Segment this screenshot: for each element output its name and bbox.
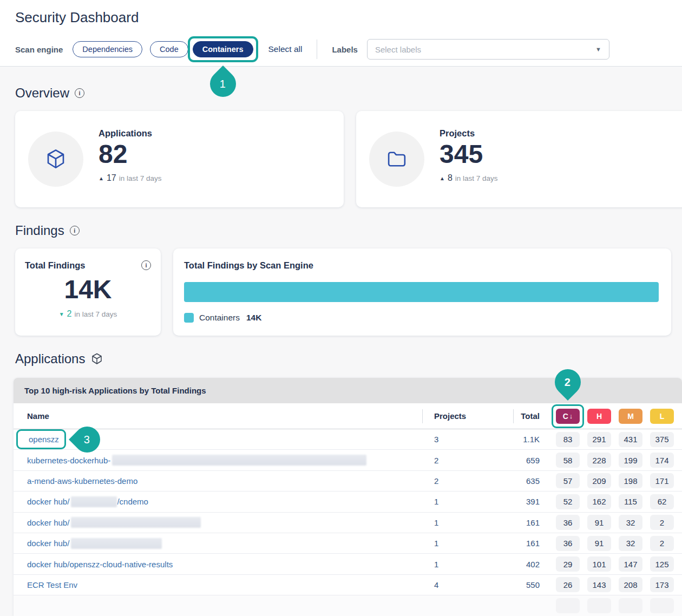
low-count xyxy=(650,598,674,613)
stat-value: 345 xyxy=(440,141,498,168)
table-row: kubernetes-dockerhub- 2 659 58 228 199 1… xyxy=(14,450,682,470)
app-name-link[interactable]: docker hub/ xyxy=(27,518,69,527)
findings-heading-text: Findings xyxy=(15,223,64,238)
chip-dependencies[interactable]: Dependencies xyxy=(73,41,142,57)
stat-value: 82 xyxy=(99,141,162,168)
medium-count: 115 xyxy=(619,494,642,509)
stat-label: Applications xyxy=(99,128,162,139)
medium-count xyxy=(619,598,642,613)
delta-suffix: in last 7 days xyxy=(455,174,498,182)
medium-count: 208 xyxy=(619,577,642,592)
findings-by-engine-card: Total Findings by Scan Engine Containers… xyxy=(173,248,671,336)
chip-code[interactable]: Code xyxy=(150,41,188,57)
medium-count: 147 xyxy=(619,556,642,572)
column-header-name[interactable]: Name xyxy=(14,403,422,429)
callout-3-number: 3 xyxy=(84,433,90,445)
app-name-cell: docker hub/openszz-cloud-native-results xyxy=(14,554,422,574)
info-icon[interactable]: i xyxy=(75,88,84,98)
top-applications-table: Top 10 high-risk Applications by Total F… xyxy=(14,378,682,616)
total-findings-count: 635 xyxy=(513,471,552,491)
total-findings-delta: ▼ 2 in last 7 days xyxy=(15,309,161,319)
high-count xyxy=(587,598,611,613)
stat-icon-circle xyxy=(369,132,424,187)
low-count: 62 xyxy=(650,494,674,509)
table-row: docker hub/openszz-cloud-native-results … xyxy=(14,554,682,574)
app-name-link[interactable]: docker hub/ xyxy=(27,539,69,548)
high-sort-button[interactable]: H xyxy=(587,409,611,424)
low-count: 125 xyxy=(650,556,674,572)
table-row-partial xyxy=(14,595,682,616)
app-name-link[interactable]: docker hub/openszz-cloud-native-results xyxy=(27,560,173,569)
critical-count: 36 xyxy=(556,515,580,530)
labels-select[interactable]: Select labels ▼ xyxy=(367,39,609,60)
high-count: 143 xyxy=(587,577,611,592)
table-row: docker hub/ 1 161 36 91 32 2 xyxy=(14,533,682,554)
chip-containers-wrapper: Containers 1 xyxy=(193,41,253,57)
delta-value: 17 xyxy=(107,173,116,183)
column-header-high: H xyxy=(583,403,615,429)
high-count: 91 xyxy=(587,536,611,551)
overview-heading: Overview i xyxy=(15,86,84,101)
critical-count: 58 xyxy=(556,453,580,468)
high-count: 209 xyxy=(587,473,611,488)
page-title: Security Dashboard xyxy=(15,9,139,26)
table-row: openszz3 3 1.1K 83 291 431 375 xyxy=(14,429,682,450)
critical-sort-button[interactable]: C ↓ xyxy=(556,409,580,424)
app-name-link[interactable]: openszz xyxy=(29,435,59,444)
projects-count: 2 xyxy=(422,450,513,470)
applications-heading-text: Applications xyxy=(15,351,85,366)
column-header-projects[interactable]: Projects xyxy=(422,403,513,429)
info-icon[interactable]: i xyxy=(141,260,151,270)
chip-containers[interactable]: Containers xyxy=(193,41,253,57)
medium-count: 199 xyxy=(619,453,642,468)
projects-count xyxy=(422,595,513,616)
table-row: docker hub//cndemo 1 391 52 162 115 62 xyxy=(14,492,682,512)
projects-count: 2 xyxy=(422,471,513,491)
app-name-link[interactable]: a-mend-aws-kubernetes-demo xyxy=(27,476,137,486)
table-title-band: Top 10 high-risk Applications by Total F… xyxy=(14,378,682,403)
stat-delta: ▲ 8 in last 7 days xyxy=(440,173,498,183)
column-divider xyxy=(513,409,514,423)
callout-1-number: 1 xyxy=(220,78,226,90)
low-sort-button[interactable]: L xyxy=(650,409,674,424)
scan-engine-label: Scan engine xyxy=(15,45,63,54)
table-row: ECR Test Env 4 550 26 143 208 173 xyxy=(14,575,682,595)
overview-heading-text: Overview xyxy=(15,86,69,101)
app-name-link-suffix[interactable]: /cndemo xyxy=(117,497,148,506)
chevron-down-icon[interactable]: ▼ xyxy=(595,46,601,53)
low-count: 174 xyxy=(650,453,674,468)
projects-count: 4 xyxy=(422,575,513,595)
column-header-total-label: Total xyxy=(521,411,540,421)
redacted-text xyxy=(112,455,366,466)
containers-bar[interactable] xyxy=(184,282,659,302)
callout-1-marker: 1 xyxy=(205,65,241,102)
projects-count: 1 xyxy=(422,533,513,553)
labels-select-placeholder: Select labels xyxy=(375,45,421,54)
column-header-medium: M xyxy=(615,403,646,429)
stat-label: Projects xyxy=(440,128,498,139)
card-title: Total Findings by Scan Engine xyxy=(184,260,313,271)
projects-count: 1 xyxy=(422,492,513,512)
redacted-text xyxy=(71,517,201,528)
callout-3-highlight-ring: openszz xyxy=(16,429,66,449)
app-name-cell xyxy=(14,595,422,616)
projects-count: 3 xyxy=(422,429,513,449)
app-name-link[interactable]: ECR Test Env xyxy=(27,580,77,589)
select-all-link[interactable]: Select all xyxy=(268,44,303,54)
app-name-link[interactable]: kubernetes-dockerhub- xyxy=(27,456,110,465)
app-name-cell: ECR Test Env xyxy=(14,575,422,595)
medium-sort-button[interactable]: M xyxy=(619,409,642,424)
cube-icon xyxy=(44,148,67,171)
total-findings-count: 659 xyxy=(513,450,552,470)
app-name-cell: kubernetes-dockerhub- xyxy=(14,450,422,470)
critical-label: C xyxy=(563,412,568,421)
table-header-row: Name Projects Total C ↓ 2 xyxy=(14,403,682,429)
info-icon[interactable]: i xyxy=(70,226,80,235)
column-header-low: L xyxy=(646,403,678,429)
top-bar: Security Dashboard Scan engine Dependenc… xyxy=(0,0,682,67)
high-count: 162 xyxy=(587,494,611,509)
app-name-link[interactable]: docker hub/ xyxy=(27,497,69,506)
applications-stat-card: Applications 82 ▲ 17 in last 7 days xyxy=(15,111,344,207)
total-findings-count: 550 xyxy=(513,575,552,595)
column-header-total[interactable]: Total xyxy=(513,403,552,429)
